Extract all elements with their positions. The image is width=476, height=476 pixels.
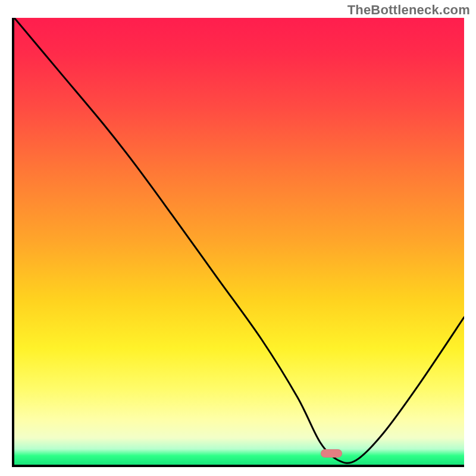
chart-canvas: TheBottleneck.com [0,0,476,476]
watermark-text: TheBottleneck.com [347,2,470,18]
bottleneck-curve [14,18,464,465]
plot-area [12,18,464,467]
curve-path [14,18,464,463]
optimal-marker [321,449,342,458]
